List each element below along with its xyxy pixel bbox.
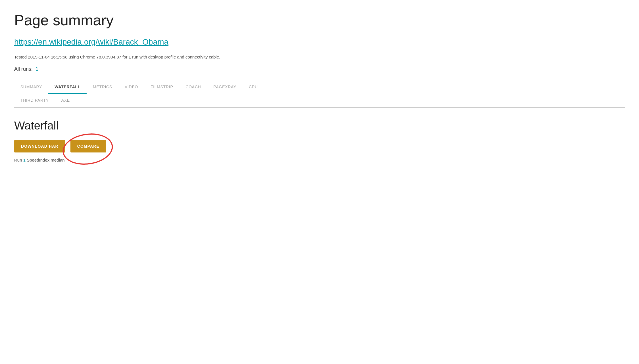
compare-wrapper: COMPARE [70, 140, 106, 152]
tab-pagexray[interactable]: PAGEXRAY [207, 81, 243, 94]
tab-cpu[interactable]: CPU [243, 81, 264, 94]
page-url-link[interactable]: https://en.wikipedia.org/wiki/Barack_Oba… [14, 37, 168, 47]
buttons-row: DOWNLOAD HAR COMPARE [14, 140, 625, 152]
tab-third-party[interactable]: THIRD PARTY [14, 94, 55, 107]
tab-coach[interactable]: COACH [179, 81, 207, 94]
run-info: Run 1 SpeedIndex median [14, 158, 625, 162]
tabs-row-1: SUMMARY WATERFALL METRICS VIDEO FILMSTRI… [14, 81, 625, 94]
tab-axe[interactable]: AXE [55, 94, 76, 107]
test-info: Tested 2019-11-04 16:15:58 using Chrome … [14, 55, 625, 59]
tabs-container: SUMMARY WATERFALL METRICS VIDEO FILMSTRI… [14, 81, 625, 108]
compare-button[interactable]: COMPARE [70, 140, 106, 152]
tab-summary[interactable]: SUMMARY [14, 81, 48, 94]
run-number-link[interactable]: 1 [23, 158, 26, 162]
tabs-row-2: THIRD PARTY AXE [14, 94, 625, 107]
tab-waterfall[interactable]: WATERFALL [48, 81, 87, 94]
tab-filmstrip[interactable]: FILMSTRIP [144, 81, 179, 94]
tab-video[interactable]: VIDEO [118, 81, 144, 94]
page-title: Page summary [14, 11, 625, 29]
tab-metrics[interactable]: METRICS [87, 81, 118, 94]
waterfall-title: Waterfall [14, 119, 625, 132]
all-runs-label: All runs: 1 [14, 66, 625, 72]
download-har-button[interactable]: DOWNLOAD HAR [14, 140, 65, 152]
section-divider [14, 108, 625, 108]
all-runs-link[interactable]: 1 [36, 66, 38, 72]
